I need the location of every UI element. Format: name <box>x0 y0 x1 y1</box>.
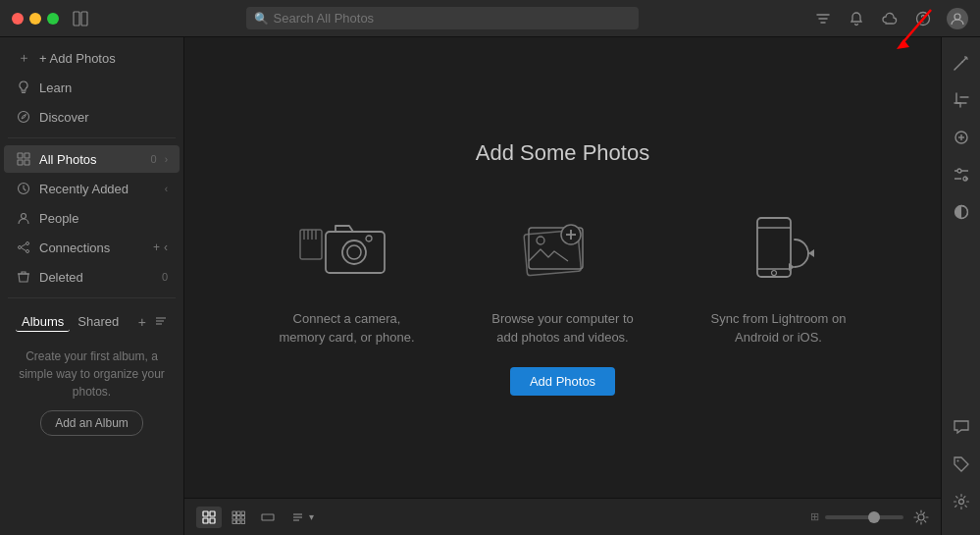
computer-icon <box>504 205 622 294</box>
all-photos-chevron: › <box>165 154 168 165</box>
main-content: Add Some Photos <box>184 37 941 535</box>
tab-shared[interactable]: Shared <box>72 312 125 332</box>
svg-line-17 <box>22 244 26 247</box>
view-icons: ▾ <box>196 507 314 528</box>
people-label: People <box>39 211 168 226</box>
svg-point-14 <box>19 246 22 249</box>
connections-plus[interactable]: + <box>153 241 160 254</box>
svg-rect-55 <box>237 520 241 524</box>
svg-rect-49 <box>237 511 241 515</box>
maximize-button[interactable] <box>47 13 59 25</box>
svg-point-69 <box>956 460 958 462</box>
titlebar: 🔍 <box>0 0 980 37</box>
sidebar-item-learn[interactable]: Learn <box>4 74 180 101</box>
tag-icon[interactable] <box>946 449 977 480</box>
crop-icon[interactable] <box>946 84 977 116</box>
albums-sort-icon[interactable] <box>154 314 168 330</box>
sync-icon <box>720 205 838 294</box>
search-icon: 🔍 <box>254 12 269 26</box>
deleted-count: 0 <box>162 271 168 283</box>
sidebar-item-recently-added[interactable]: Recently Added ‹ <box>4 175 180 202</box>
svg-rect-11 <box>25 160 29 165</box>
sort-button[interactable]: ▾ <box>292 510 314 524</box>
plus-icon: ＋ <box>16 50 31 66</box>
discover-label: Discover <box>39 110 168 125</box>
size-small-icon: ⊞ <box>810 510 819 523</box>
minimize-button[interactable] <box>29 13 41 25</box>
view-grid-small[interactable] <box>226 507 251 528</box>
albums-actions: + <box>138 314 168 330</box>
svg-point-70 <box>958 500 963 505</box>
size-slider-container: ⊞ <box>810 510 903 523</box>
option-camera-text: Connect a camera, memory card, or phone. <box>269 309 426 348</box>
svg-rect-56 <box>241 520 245 524</box>
svg-rect-52 <box>237 515 241 519</box>
bottom-bar: ▾ ⊞ <box>184 498 941 535</box>
titlebar-right <box>794 8 968 29</box>
albums-add-icon[interactable]: + <box>138 314 146 330</box>
all-photos-count: 0 <box>151 153 157 165</box>
cloud-icon[interactable] <box>880 9 900 28</box>
option-computer-text: Browse your computer to add photos and v… <box>485 309 642 348</box>
circle-half-icon[interactable] <box>946 196 977 228</box>
add-photos-button[interactable]: ＋ + Add Photos <box>4 44 180 72</box>
svg-rect-3 <box>81 12 87 26</box>
camera-icon <box>288 205 406 294</box>
divider-1 <box>8 137 176 138</box>
sidebar-item-deleted[interactable]: Deleted 0 <box>4 263 180 291</box>
svg-marker-43 <box>789 263 795 271</box>
divider-2 <box>8 297 176 298</box>
settings-icon[interactable] <box>946 486 977 517</box>
view-grid-large[interactable] <box>196 507 222 528</box>
avatar[interactable] <box>947 8 968 29</box>
svg-point-30 <box>347 245 361 259</box>
sidebar: ＋ + Add Photos Learn Discover <box>0 37 184 535</box>
all-photos-label: All Photos <box>39 152 143 167</box>
sidebar-item-discover[interactable]: Discover <box>4 103 180 131</box>
svg-point-13 <box>22 214 26 219</box>
svg-point-16 <box>26 250 29 253</box>
search-input[interactable] <box>246 7 639 29</box>
svg-rect-50 <box>241 511 245 515</box>
svg-line-64 <box>966 57 967 58</box>
comments-icon[interactable] <box>946 411 977 443</box>
svg-point-15 <box>26 242 29 245</box>
add-photos-button-main[interactable]: Add Photos <box>510 367 615 396</box>
svg-point-31 <box>366 236 372 241</box>
svg-marker-42 <box>808 249 814 257</box>
tab-albums[interactable]: Albums <box>16 312 70 332</box>
sidebar-item-all-photos[interactable]: All Photos 0 › <box>4 145 180 173</box>
connections-icon <box>16 240 31 255</box>
sidebar-item-people[interactable]: People <box>4 204 180 232</box>
close-button[interactable] <box>12 13 24 25</box>
svg-point-29 <box>342 241 366 264</box>
svg-rect-51 <box>232 515 236 519</box>
compass-icon <box>16 109 31 125</box>
svg-point-34 <box>537 237 544 244</box>
bottom-right: ⊞ <box>810 509 929 525</box>
bell-icon[interactable] <box>847 9 866 28</box>
search-bar: 🔍 <box>246 7 639 29</box>
svg-rect-44 <box>203 511 208 516</box>
create-album-section: Create your first album, a simple way to… <box>0 340 183 444</box>
connections-actions: + ‹ <box>153 241 168 254</box>
filter-icon[interactable] <box>813 9 833 28</box>
view-strip[interactable] <box>255 507 281 528</box>
svg-rect-48 <box>232 511 236 515</box>
heal-icon[interactable] <box>946 122 977 153</box>
recently-added-label: Recently Added <box>39 182 157 196</box>
size-slider[interactable] <box>825 515 903 519</box>
magic-wand-icon[interactable] <box>946 47 977 79</box>
svg-rect-57 <box>262 514 274 520</box>
connections-label: Connections <box>39 241 145 255</box>
learn-label: Learn <box>39 80 168 95</box>
sidebar-item-connections[interactable]: Connections + ‹ <box>4 234 180 261</box>
add-album-button[interactable]: Add an Album <box>40 410 143 436</box>
option-computer: Browse your computer to add photos and v… <box>485 205 642 396</box>
sort-chevron: ▾ <box>309 511 314 522</box>
help-icon[interactable] <box>913 9 933 28</box>
bottom-settings-icon[interactable] <box>913 509 929 525</box>
adjustment-icon[interactable] <box>946 159 977 190</box>
svg-rect-54 <box>232 520 236 524</box>
trash-icon <box>16 269 31 285</box>
